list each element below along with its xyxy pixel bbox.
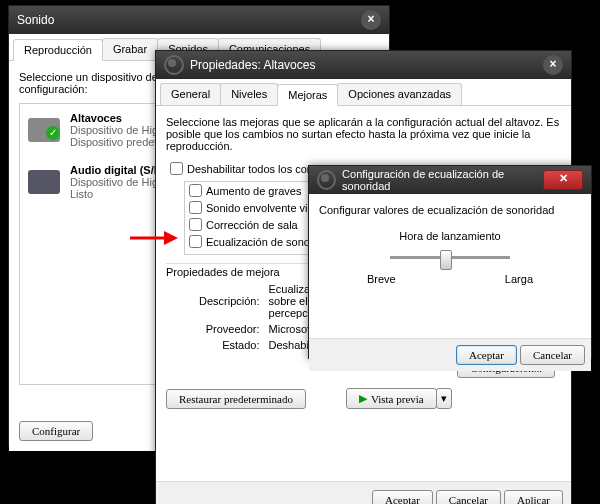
- enhance-intro: Seleccione las mejoras que se aplicarán …: [166, 116, 561, 152]
- close-icon[interactable]: ×: [361, 10, 381, 30]
- tab-levels[interactable]: Niveles: [220, 83, 278, 105]
- properties-tabs: General Niveles Mejoras Opciones avanzad…: [156, 79, 571, 106]
- eq-title-icon: [317, 170, 336, 190]
- slider-label: Hora de lanzamiento: [319, 230, 581, 242]
- eq-dialog: Configuración de ecualización de sonorid…: [308, 165, 592, 359]
- cancel-button[interactable]: Cancelar: [520, 345, 585, 365]
- close-icon[interactable]: ×: [543, 55, 563, 75]
- tab-enhancements[interactable]: Mejoras: [277, 84, 338, 106]
- preview-dropdown[interactable]: ▾: [436, 388, 452, 409]
- properties-title: Propiedades: Altavoces: [190, 58, 315, 72]
- slider-max: Larga: [505, 273, 533, 285]
- sound-title: Sonido: [17, 13, 54, 27]
- sound-titlebar: Sonido ×: [9, 6, 389, 34]
- desc-label: Descripción:: [198, 282, 266, 320]
- slider-thumb[interactable]: [440, 250, 452, 270]
- tab-record[interactable]: Grabar: [102, 38, 158, 60]
- properties-titlebar: Propiedades: Altavoces ×: [156, 51, 571, 79]
- preview-button[interactable]: ▶ Vista previa: [346, 388, 437, 409]
- state-label: Estado:: [198, 338, 266, 352]
- slider-min: Breve: [367, 273, 396, 285]
- speaker-title-icon: [164, 55, 184, 75]
- eq-intro: Configurar valores de ecualización de so…: [319, 204, 581, 216]
- provider-label: Proveedor:: [198, 322, 266, 336]
- release-slider[interactable]: [390, 256, 510, 259]
- ok-button[interactable]: Aceptar: [372, 490, 433, 504]
- eq-titlebar: Configuración de ecualización de sonorid…: [309, 166, 591, 194]
- svg-marker-1: [164, 231, 178, 245]
- play-icon: ▶: [359, 392, 367, 405]
- tab-general[interactable]: General: [160, 83, 221, 105]
- close-icon[interactable]: ✕: [543, 170, 583, 190]
- tab-playback[interactable]: Reproducción: [13, 39, 103, 61]
- default-check-icon: ✓: [46, 126, 60, 140]
- spdif-icon: [28, 170, 60, 194]
- tab-advanced[interactable]: Opciones avanzadas: [337, 83, 462, 105]
- configure-button[interactable]: Configurar: [19, 421, 93, 441]
- eq-title: Configuración de ecualización de sonorid…: [342, 168, 543, 192]
- apply-button[interactable]: Aplicar: [504, 490, 563, 504]
- disable-all-input[interactable]: [170, 162, 183, 175]
- restore-button[interactable]: Restaurar predeterminado: [166, 389, 306, 409]
- arrow-icon: [128, 228, 178, 248]
- cancel-button[interactable]: Cancelar: [436, 490, 501, 504]
- ok-button[interactable]: Aceptar: [456, 345, 517, 365]
- chevron-down-icon: ▾: [441, 392, 447, 404]
